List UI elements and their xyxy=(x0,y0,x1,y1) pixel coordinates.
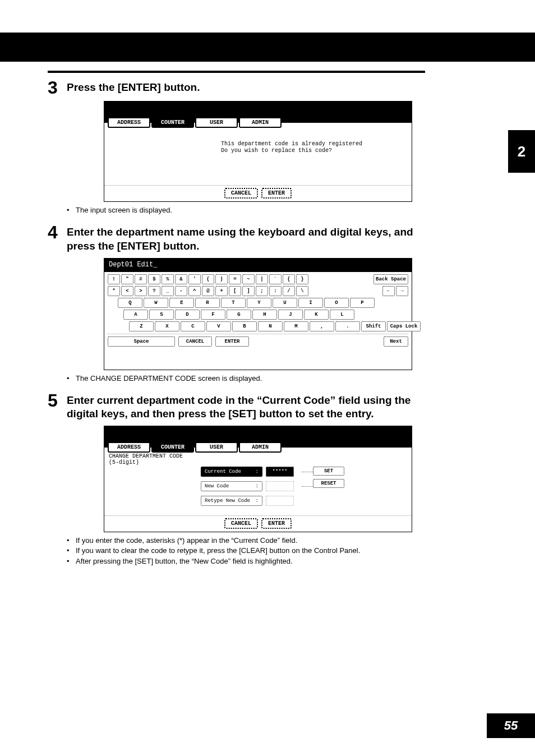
key[interactable]: $ xyxy=(148,274,160,284)
key[interactable]: } xyxy=(296,274,308,284)
change-code-buttons: CANCEL ENTER xyxy=(104,515,412,529)
tab-admin[interactable]: ADMIN xyxy=(239,117,282,128)
key[interactable]: V xyxy=(206,321,231,331)
capslock-key[interactable]: Caps Lock xyxy=(387,321,421,331)
step-5-text: Enter current department code in the “Cu… xyxy=(67,391,425,421)
key[interactable]: { xyxy=(283,274,295,284)
connector-line xyxy=(302,472,313,472)
key[interactable]: # xyxy=(135,274,147,284)
key[interactable]: ' xyxy=(188,274,201,284)
key[interactable]: , xyxy=(310,321,334,331)
enter-button[interactable]: ENTER xyxy=(261,518,292,529)
key[interactable]: ( xyxy=(202,274,214,284)
step-4: 4 Enter the department name using the ke… xyxy=(48,223,425,253)
key[interactable]: - xyxy=(175,286,187,296)
current-code-value[interactable]: ***** xyxy=(266,467,294,477)
key[interactable]: X xyxy=(155,321,179,331)
key[interactable]: ) xyxy=(215,274,228,284)
page-header-bar xyxy=(0,33,535,62)
key[interactable]: = xyxy=(229,274,241,284)
step-5-number: 5 xyxy=(48,391,67,409)
key[interactable]: + xyxy=(215,286,228,296)
tab-user[interactable]: USER xyxy=(195,442,238,453)
bullet-dot-icon: • xyxy=(67,546,76,556)
arrow-left-key[interactable]: ← xyxy=(382,286,395,296)
set-button[interactable]: SET xyxy=(313,467,344,476)
space-key[interactable]: Space xyxy=(108,336,175,347)
key[interactable]: ; xyxy=(256,286,268,296)
key[interactable]: " xyxy=(121,274,133,284)
key[interactable]: > xyxy=(135,286,147,296)
key[interactable]: Y xyxy=(247,298,271,308)
cancel-button[interactable]: CANCEL xyxy=(224,518,258,529)
key[interactable]: F xyxy=(201,310,225,320)
step-5-bullets: • If you enter the code, asterisks (*) a… xyxy=(67,536,425,566)
key[interactable]: T xyxy=(221,298,246,308)
key[interactable]: D xyxy=(175,310,200,320)
tab-user[interactable]: USER xyxy=(195,117,238,128)
change-code-title-text: CHANGE DEPARTMENT CODE xyxy=(109,453,183,459)
key[interactable]: U xyxy=(273,298,297,308)
key[interactable]: : xyxy=(269,286,282,296)
confirm-message: This department code is already register… xyxy=(221,141,362,154)
key[interactable]: L xyxy=(330,310,354,320)
new-code-value[interactable] xyxy=(266,481,294,491)
enter-button[interactable]: ENTER xyxy=(261,188,292,199)
key[interactable]: S xyxy=(149,310,174,320)
key[interactable]: P xyxy=(350,298,375,308)
key[interactable]: G xyxy=(227,310,251,320)
tab-address[interactable]: ADDRESS xyxy=(108,117,150,128)
tab-counter[interactable]: COUNTER xyxy=(151,117,194,128)
tab-counter[interactable]: COUNTER xyxy=(151,442,194,453)
bullet-item: • The input screen is displayed. xyxy=(67,205,425,215)
key[interactable]: Q xyxy=(118,298,142,308)
key[interactable]: J xyxy=(278,310,303,320)
key[interactable]: ? xyxy=(148,286,160,296)
key[interactable]: I xyxy=(298,298,323,308)
key[interactable]: M xyxy=(284,321,308,331)
key[interactable]: & xyxy=(175,274,187,284)
connector-line xyxy=(302,486,313,487)
bullet-item: • If you want to clear the code to retyp… xyxy=(67,546,425,556)
keyboard-cancel-button[interactable]: CANCEL xyxy=(178,336,212,347)
key[interactable]: | xyxy=(256,274,268,284)
key[interactable]: R xyxy=(195,298,220,308)
key[interactable]: B xyxy=(232,321,257,331)
arrow-right-key[interactable]: → xyxy=(396,286,408,296)
key[interactable]: H xyxy=(252,310,277,320)
shift-key[interactable]: Shift xyxy=(361,321,386,331)
key[interactable]: C xyxy=(181,321,205,331)
key[interactable]: < xyxy=(121,286,133,296)
key[interactable]: / xyxy=(283,286,295,296)
key[interactable]: ! xyxy=(108,274,120,284)
key[interactable]: % xyxy=(162,274,174,284)
retype-code-value[interactable] xyxy=(266,496,294,506)
key[interactable]: @ xyxy=(202,286,214,296)
key[interactable]: . xyxy=(335,321,360,331)
tab-address[interactable]: ADDRESS xyxy=(108,442,150,453)
key[interactable]: * xyxy=(108,286,120,296)
new-code-row: New Code : xyxy=(201,481,294,491)
bullet-text: If you want to clear the code to retype … xyxy=(76,546,360,556)
key[interactable]: K xyxy=(304,310,329,320)
key[interactable]: ` xyxy=(269,274,282,284)
key[interactable]: A xyxy=(123,310,148,320)
keyboard-enter-button[interactable]: ENTER xyxy=(215,336,249,347)
key[interactable]: W xyxy=(144,298,168,308)
key[interactable]: N xyxy=(258,321,283,331)
reset-button[interactable]: RESET xyxy=(313,479,344,488)
key[interactable]: _ xyxy=(162,286,174,296)
bullet-item: • The CHANGE DEPARTMENT CODE screen is d… xyxy=(67,374,425,384)
key[interactable]: \ xyxy=(296,286,308,296)
key[interactable]: O xyxy=(324,298,349,308)
backspace-key[interactable]: Back Space xyxy=(373,274,408,284)
next-key[interactable]: Next xyxy=(384,336,408,347)
key[interactable]: Z xyxy=(129,321,154,331)
key[interactable]: E xyxy=(169,298,194,308)
tab-admin[interactable]: ADMIN xyxy=(239,442,282,453)
key[interactable]: ^ xyxy=(188,286,201,296)
key[interactable]: ] xyxy=(242,286,255,296)
key[interactable]: ~ xyxy=(242,274,255,284)
cancel-button[interactable]: CANCEL xyxy=(224,188,258,199)
key[interactable]: [ xyxy=(229,286,241,296)
